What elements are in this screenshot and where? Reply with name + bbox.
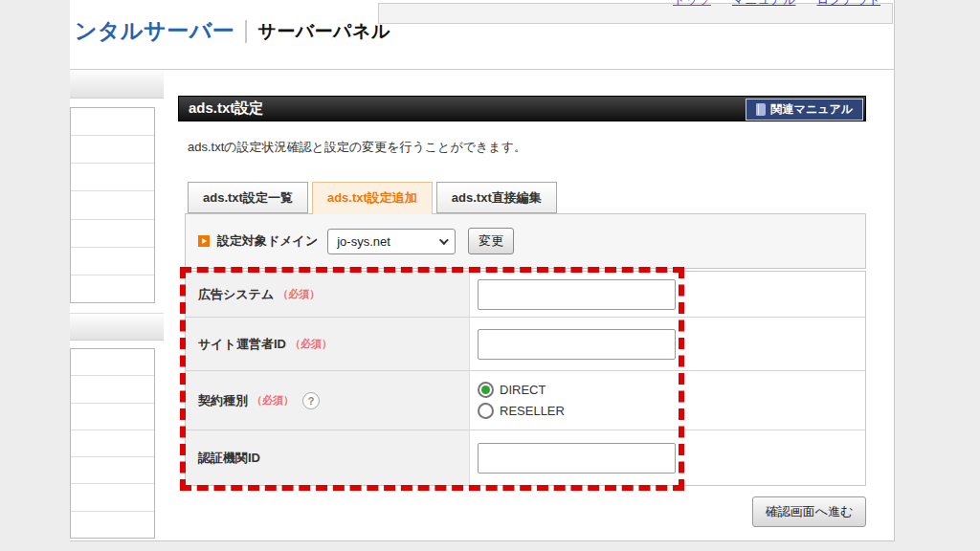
nav-link-logout[interactable]: ログアウト: [816, 0, 880, 9]
tab-adstxt-list[interactable]: ads.txt設定一覧: [188, 182, 308, 213]
sidebar-menu-list: [70, 107, 155, 303]
related-manual-button[interactable]: 関連マニュアル: [746, 99, 863, 121]
table-row: 契約種別 （必須） ？ DIRECT RESELLER: [186, 371, 865, 430]
row-value-cell: [470, 430, 865, 485]
row-value-cell: DIRECT RESELLER: [470, 371, 865, 430]
sidebar-menu-item[interactable]: [71, 349, 154, 376]
logo-divider: [245, 20, 247, 43]
domain-select[interactable]: jo-sys.net: [327, 229, 456, 254]
radio-label-reseller: RESELLER: [500, 404, 565, 418]
row-label-cell: 認証機関ID: [186, 430, 470, 485]
contract-type-label: 契約種別: [198, 392, 248, 409]
sidebar-menu-item[interactable]: [71, 457, 154, 484]
row-label-cell: サイト運営者ID （必須）: [186, 318, 470, 370]
table-row: 認証機関ID: [186, 430, 865, 485]
header-divider: [70, 69, 895, 70]
server-panel-page: ンタルサーバー サーバーパネル トップ マニュアル ログアウト: [70, 0, 895, 541]
book-icon: [756, 103, 766, 116]
main-content: ads.txt設定 関連マニュアル ads.txtの設定状況確認と設定の変更を行…: [178, 96, 866, 531]
sidebar-menu-item[interactable]: [71, 512, 154, 538]
top-nav-links: トップ マニュアル ログアウト: [673, 0, 880, 9]
chevron-down-icon: [439, 235, 449, 245]
row-value-cell: [470, 318, 865, 370]
table-row: サイト運営者ID （必須）: [186, 318, 865, 371]
sidebar-section-header: [70, 70, 164, 99]
proceed-to-confirm-button[interactable]: 確認画面へ進む: [752, 496, 866, 527]
sidebar-menu-item[interactable]: [71, 136, 154, 164]
tab-adstxt-direct-edit[interactable]: ads.txt直接編集: [436, 182, 557, 213]
sidebar-menu-item[interactable]: [71, 191, 154, 219]
sidebar-menu-list: [70, 348, 155, 539]
required-badge: （必須）: [290, 337, 332, 351]
sidebar-menu-item[interactable]: [71, 404, 154, 430]
target-domain-label: 設定対象ドメイン: [217, 232, 318, 250]
sidebar-menu-item[interactable]: [71, 164, 154, 191]
sidebar-menu-item[interactable]: [71, 220, 154, 248]
ad-system-label: 広告システム: [198, 286, 274, 303]
page-title: ads.txt設定: [179, 99, 263, 118]
panel-title-bar: ads.txt設定 関連マニュアル: [178, 96, 866, 121]
table-row: 広告システム （必須）: [186, 272, 865, 318]
publisher-id-label: サイト運営者ID: [198, 336, 286, 353]
row-label-cell: 契約種別 （必須） ？: [186, 371, 470, 430]
page-description: ads.txtの設定状況確認と設定の変更を行うことができます。: [188, 139, 526, 156]
nav-link-manual[interactable]: マニュアル: [732, 0, 796, 9]
sidebar-menu-item[interactable]: [71, 484, 154, 511]
tab-bar: ads.txt設定一覧 ads.txt設定追加 ads.txt直接編集: [188, 182, 557, 214]
radio-option-direct[interactable]: DIRECT: [478, 382, 546, 398]
help-icon[interactable]: ？: [302, 392, 320, 409]
adstxt-form-table: 広告システム （必須） サイト運営者ID （必須） 契約種別: [185, 271, 866, 486]
logo-text-rental-server: ンタルサーバー: [75, 16, 234, 46]
cert-authority-id-label: 認証機関ID: [198, 450, 260, 467]
sidebar-menu-item[interactable]: [71, 108, 154, 136]
sidebar-menu-item[interactable]: [71, 248, 154, 276]
orange-bullet-icon: [198, 235, 210, 247]
row-label-cell: 広告システム （必須）: [186, 272, 470, 317]
sidebar-menu-item[interactable]: [71, 276, 154, 302]
required-badge: （必須）: [252, 393, 294, 408]
radio-option-reseller[interactable]: RESELLER: [478, 403, 565, 419]
publisher-id-input[interactable]: [478, 329, 676, 360]
tab-adstxt-add[interactable]: ads.txt設定追加: [312, 182, 433, 214]
sidebar: [70, 70, 164, 541]
service-logo: ンタルサーバー サーバーパネル: [75, 16, 390, 46]
nav-link-top[interactable]: トップ: [673, 0, 711, 9]
radio-button-checked-icon[interactable]: [478, 382, 494, 398]
radio-button-unchecked-icon[interactable]: [478, 403, 494, 419]
sidebar-menu-item[interactable]: [71, 430, 154, 457]
target-domain-bar: 設定対象ドメイン jo-sys.net 変更: [185, 213, 866, 269]
row-value-cell: [470, 272, 865, 317]
sidebar-section-header: [70, 313, 164, 341]
domain-select-value: jo-sys.net: [337, 234, 390, 249]
related-manual-label: 関連マニュアル: [771, 101, 853, 118]
radio-label-direct: DIRECT: [500, 383, 546, 397]
cert-authority-id-input[interactable]: [478, 443, 676, 474]
change-domain-button[interactable]: 変更: [468, 228, 514, 254]
sidebar-menu-item[interactable]: [71, 376, 154, 403]
required-badge: （必須）: [278, 287, 320, 301]
logo-text-server-panel: サーバーパネル: [257, 19, 390, 44]
ad-system-input[interactable]: [478, 279, 676, 310]
